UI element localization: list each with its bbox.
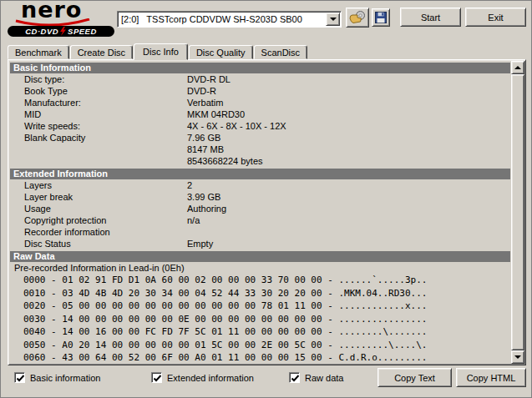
check-icon: [152, 373, 163, 384]
start-button[interactable]: Start: [400, 8, 461, 27]
info-label: Book Type: [24, 85, 68, 97]
info-label: Blank Capacity: [24, 132, 85, 144]
info-row-book-type: Book Type DVD-R: [10, 85, 510, 97]
eject-disc-button[interactable]: [346, 8, 369, 28]
hex-line-0040: 0040 - 14 00 16 00 00 FC FD 7F 5C 01 11 …: [23, 325, 510, 339]
info-row-write-speeds: Write speeds: 4X - 6X - 8X - 10X - 12X: [10, 120, 510, 132]
checkbox-box[interactable]: [289, 372, 300, 383]
save-button[interactable]: [372, 8, 390, 27]
info-value: DVD-R: [187, 85, 216, 97]
info-value: 4X - 6X - 8X - 10X - 12X: [187, 120, 286, 132]
info-value: MKM 04RD30: [187, 108, 245, 120]
banner-speed-label: SPEED: [68, 27, 97, 36]
disc-info-content: Basic Information Disc type: DVD-R DL Bo…: [10, 62, 510, 363]
checkbox-label: Raw data: [305, 373, 343, 383]
info-value: Empty: [187, 238, 213, 249]
info-value: 2: [187, 179, 192, 191]
cd-dvd-speed-banner: CD·DVD SPEED: [8, 26, 114, 37]
info-label: Disc type:: [24, 73, 64, 85]
info-label: Layer break: [24, 191, 73, 203]
tab-create-disc[interactable]: Create Disc: [70, 45, 133, 59]
section-header-basic-information: Basic Information: [10, 63, 510, 73]
exit-button[interactable]: Exit: [465, 8, 526, 27]
info-label: Layers: [24, 179, 52, 191]
arrow-up-icon: [514, 66, 521, 69]
info-value: 7.96 GB: [187, 132, 220, 144]
vertical-scrollbar[interactable]: [511, 61, 524, 364]
hex-line-0010: 0010 - 03 4D 4B 4D 20 30 34 00 04 52 44 …: [23, 287, 510, 300]
hex-line-0030: 0030 - 14 00 00 00 00 00 00 0E 00 00 00 …: [23, 313, 510, 326]
hex-line-0000: 0000 - 01 02 91 FD D1 0A 60 00 02 00 00 …: [23, 274, 510, 287]
checkbox-label: Basic information: [30, 373, 100, 383]
raw-data-checkbox[interactable]: Raw data: [289, 372, 343, 383]
checkbox-label: Extended information: [167, 373, 254, 383]
info-row-manufacturer: Manufacturer: Verbatim: [10, 97, 510, 108]
info-label: Disc Status: [24, 238, 71, 249]
nero-logo: nero CD·DVD SPEED: [8, 2, 116, 38]
section-header-raw-data: Raw Data: [10, 251, 510, 262]
copy-html-button[interactable]: Copy HTML: [456, 368, 526, 387]
tab-disc-info[interactable]: Disc Info: [134, 43, 188, 60]
hex-line-0020: 0020 - 05 00 00 00 00 00 00 00 00 00 00 …: [23, 300, 510, 313]
scroll-up-button[interactable]: [511, 61, 524, 74]
nero-cd-dvd-speed-window: nero CD·DVD SPEED [2:0] TSSTcorp CDDVDW …: [0, 0, 532, 398]
checkbox-box[interactable]: [151, 372, 162, 383]
raw-data-subtitle: Pre-recorded Information in Lead-in (0Eh…: [10, 262, 510, 274]
drive-selector-dropdown-button[interactable]: [326, 13, 340, 26]
info-value: 3.99 GB: [187, 191, 220, 203]
info-row-mid: MID MKM 04RD30: [10, 108, 510, 120]
info-row-capacity-bytes: 8543668224 bytes: [10, 155, 510, 167]
section-header-extended-information: Extended Information: [10, 169, 510, 179]
info-label: Usage: [24, 203, 51, 214]
info-row-copyright-protection: Copyright protection n/a: [10, 214, 510, 226]
info-value: Authoring: [187, 203, 226, 214]
info-label: Write speeds:: [24, 120, 80, 132]
info-row-recorder-information: Recorder information: [10, 226, 510, 238]
chevron-down-icon: [330, 18, 337, 21]
info-value: 8543668224 bytes: [187, 155, 263, 167]
tab-bar: Benchmark Create Disc Disc Info Disc Qua…: [8, 43, 308, 59]
disc-info-page: Basic Information Disc type: DVD-R DL Bo…: [8, 59, 526, 365]
hand-disc-icon: [349, 11, 366, 25]
floppy-disk-icon: [375, 12, 387, 23]
info-row-capacity-mb: 8147 MB: [10, 144, 510, 155]
hex-line-0060: 0060 - 43 00 64 00 52 00 6F 00 A0 01 11 …: [23, 351, 510, 363]
info-label: Manufacturer:: [24, 97, 81, 108]
hex-line-0050: 0050 - A0 20 14 00 00 00 00 00 01 5C 00 …: [23, 339, 510, 352]
check-icon: [15, 373, 26, 384]
extended-information-checkbox[interactable]: Extended information: [151, 372, 254, 383]
arrow-down-icon: [514, 355, 521, 359]
info-label: Copyright protection: [24, 214, 106, 226]
info-row-blank-capacity: Blank Capacity 7.96 GB: [10, 132, 510, 144]
lightning-icon: [60, 27, 66, 36]
drive-selector[interactable]: [2:0] TSSTcorp CDDVDW SH-S203D SB00: [117, 11, 342, 28]
info-row-disc-status: Disc Status Empty: [10, 238, 510, 249]
basic-information-checkbox[interactable]: Basic information: [14, 372, 100, 383]
scrollbar-thumb[interactable]: [511, 74, 524, 350]
info-value: Verbatim: [187, 97, 223, 108]
banner-cd-dvd-label: CD·DVD: [25, 27, 58, 36]
check-icon: [290, 373, 301, 384]
tab-benchmark[interactable]: Benchmark: [8, 45, 69, 59]
info-row-layer-break: Layer break 3.99 GB: [10, 191, 510, 203]
info-row-disc-type: Disc type: DVD-R DL: [10, 73, 510, 85]
drive-selector-value: [2:0] TSSTcorp CDDVDW SH-S203D SB00: [121, 13, 324, 25]
tab-disc-quality[interactable]: Disc Quality: [189, 45, 253, 59]
info-value: n/a: [187, 214, 200, 226]
copy-text-button[interactable]: Copy Text: [377, 368, 452, 387]
info-row-layers: Layers 2: [10, 179, 510, 191]
info-value: DVD-R DL: [187, 73, 231, 85]
info-label: MID: [24, 108, 41, 120]
tab-scandisc[interactable]: ScanDisc: [254, 45, 307, 59]
hex-dump: 0000 - 01 02 91 FD D1 0A 60 00 02 00 00 …: [10, 274, 510, 363]
info-value: 8147 MB: [187, 144, 224, 155]
info-row-usage: Usage Authoring: [10, 203, 510, 214]
checkbox-box[interactable]: [14, 372, 25, 383]
info-label: Recorder information: [24, 226, 110, 238]
scroll-down-button[interactable]: [511, 350, 524, 364]
